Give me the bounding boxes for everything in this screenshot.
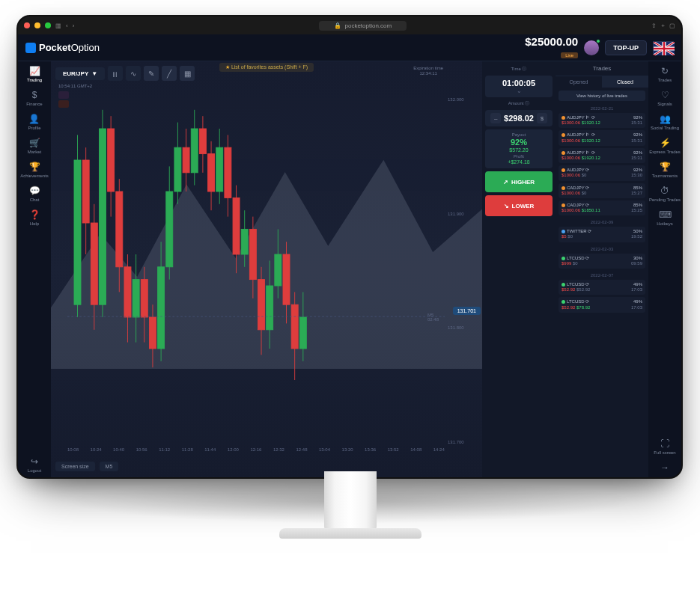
sidebar-toggle-icon[interactable]: ▥ [55, 22, 61, 29]
trade-row[interactable]: CADJPY ⟳85%$1000.06 $1850.1115:25 [559, 200, 645, 215]
svg-rect-42 [241, 229, 248, 254]
amount-input[interactable]: – $298.02 $ [485, 110, 553, 126]
rail-item-profile[interactable]: 👤Profile [28, 114, 40, 130]
rail-item-hotkeys[interactable]: ⌨Hotkeys [657, 209, 673, 226]
rail-item-trading[interactable]: 📈Trading [27, 66, 42, 82]
svg-rect-2 [74, 160, 81, 304]
y-tick: 132.000 [448, 97, 478, 102]
x-axis: 10:0810:2410:4010:5611:1211:2811:4412:00… [67, 447, 445, 456]
line-button[interactable]: ╱ [162, 66, 177, 81]
topup-button[interactable]: TOP-UP [605, 40, 647, 55]
asset-dot-icon [561, 230, 565, 233]
svg-rect-34 [208, 154, 215, 192]
trade-row[interactable]: LTCUSD ⟳49%$52.92 $52.9217:03 [559, 280, 645, 295]
x-tick: 10:24 [91, 447, 102, 456]
draw-button[interactable]: ✎ [144, 66, 159, 81]
amount-minus-button[interactable]: – [490, 113, 501, 123]
y-axis: 132.000131.900131.800131.700 [448, 97, 478, 444]
svg-rect-40 [233, 197, 240, 254]
asset-dot-icon [561, 186, 565, 190]
plus-icon[interactable]: + [661, 22, 665, 29]
min-dot[interactable] [34, 22, 40, 28]
lower-button[interactable]: ↘LOWER [485, 195, 553, 216]
timeframe-button[interactable]: M5 [100, 462, 119, 471]
rail-item-achievements[interactable]: 🏆Achievements [20, 162, 49, 178]
app-header: PocketOption $25000.00 Live TOP-UP [18, 34, 681, 61]
currency-switch-button[interactable]: $ [537, 113, 547, 123]
trade-row[interactable]: TWITTER ⟳50%$5 $019:52 [559, 227, 645, 242]
x-tick: 10:40 [113, 447, 124, 456]
address-bar[interactable]: 🔒 pocketoption.com [319, 21, 407, 31]
x-tick: 12:32 [273, 447, 284, 456]
pair-selector[interactable]: EUR/JPY▼ [55, 67, 105, 80]
rail-item-social-trading[interactable]: 👥Social Trading [651, 114, 679, 130]
hotkeys-icon: ⌨ [659, 209, 671, 220]
trade-row[interactable]: AUDJPY 🏳 ⟳92%$1000.06 $1920.1215:31 [559, 113, 645, 128]
max-dot[interactable] [45, 22, 51, 28]
close-dot[interactable] [24, 22, 30, 28]
rail-item-signals[interactable]: ♡Signals [657, 90, 672, 106]
svg-rect-30 [191, 129, 198, 173]
tab-opened[interactable]: Opened [556, 76, 602, 88]
asset-dot-icon [561, 133, 565, 137]
indicators-button[interactable]: ∿ [126, 66, 141, 81]
rail-item-logout[interactable]: ↪Logout [28, 456, 41, 473]
down-icon: ↘ [504, 203, 509, 209]
rail-item-chat[interactable]: 💬Chat [28, 186, 40, 202]
chart-type-button[interactable]: ⫼ [108, 66, 123, 81]
higher-button[interactable]: ↗HIGHER [485, 171, 553, 192]
balance-display[interactable]: $25000.00 Live [525, 36, 578, 59]
y-tick: 131.800 [448, 325, 478, 330]
chart-area[interactable]: ★ List of favorites assets (Shift + F) E… [51, 61, 482, 477]
trade-row[interactable]: AUDJPY 🏳 ⟳92%$1000.06 $1920.1215:31 [559, 130, 645, 145]
timezone-label: 10:54:11 GMT+2 [58, 84, 92, 88]
candlestick-chart[interactable] [67, 97, 445, 380]
logo-mark-icon [25, 43, 36, 53]
history-button[interactable]: View history of live trades [559, 91, 645, 101]
express trades-icon: ⚡ [659, 138, 671, 148]
time-input[interactable]: 01:00:05 ⌄ [485, 76, 553, 97]
svg-rect-14 [124, 267, 131, 317]
svg-rect-10 [108, 129, 115, 192]
rail-item-tournaments[interactable]: 🏆Tournaments [652, 162, 678, 178]
rail-item-help[interactable]: ❓Help [28, 209, 40, 226]
x-tick: 12:48 [296, 447, 307, 456]
rail-item-express-trades[interactable]: ⚡Express Trades [649, 138, 681, 154]
logo[interactable]: PocketOption [25, 42, 100, 53]
trade-row[interactable]: LTCUSD ⟳30%$999 $009:59 [559, 254, 645, 269]
rail-item-trades[interactable]: ↻Trades [658, 66, 672, 82]
chat-icon: 💬 [28, 186, 40, 196]
rail-item-pending-trades[interactable]: ⏱Pending Trades [649, 186, 681, 202]
rail-item-market[interactable]: 🛒Market [28, 138, 41, 154]
rail-arrow[interactable]: → [659, 462, 671, 473]
tab-closed[interactable]: Closed [602, 76, 648, 88]
x-tick: 14:24 [433, 447, 445, 456]
signals-icon: ♡ [659, 90, 671, 100]
rail-item-finance[interactable]: $Finance [26, 90, 42, 106]
svg-rect-16 [133, 280, 139, 317]
svg-rect-52 [283, 254, 290, 304]
left-rail: 📈Trading$Finance👤Profile🛒Market🏆Achievem… [18, 61, 51, 477]
pending trades-icon: ⏱ [659, 186, 671, 196]
nav-fwd-icon[interactable]: › [73, 22, 75, 29]
grid-button[interactable]: ▦ [180, 66, 195, 81]
tabs-icon[interactable]: ▢ [669, 22, 675, 29]
trade-row[interactable]: LTCUSD ⟳49%$52.92 $78.9217:03 [559, 297, 645, 312]
svg-rect-4 [82, 160, 89, 223]
trade-row[interactable]: CADJPY ⟳85%$1000.06 $015:27 [559, 183, 645, 198]
share-icon[interactable]: ⇧ [651, 22, 657, 29]
svg-rect-6 [91, 223, 97, 304]
trade-row[interactable]: AUDJPY 🏳 ⟳92%$1000.06 $1920.1215:31 [559, 148, 645, 163]
trades-header: Trades [556, 61, 648, 76]
tournaments-icon: 🏆 [659, 162, 671, 172]
profile-icon: 👤 [28, 114, 40, 124]
trade-row[interactable]: AUDJPY ⟳92%$1000.06 $015:30 [559, 165, 645, 180]
screen-size-button[interactable]: Screen size [55, 462, 95, 471]
nav-back-icon[interactable]: ‹ [66, 22, 68, 29]
y-tick: 131.900 [448, 212, 478, 216]
time-label: Time ⓘ [485, 66, 553, 73]
avatar[interactable] [584, 40, 599, 55]
svg-rect-12 [116, 192, 123, 267]
language-flag[interactable] [653, 41, 674, 55]
rail-item-full-screen[interactable]: ⛶Full screen [654, 438, 675, 455]
